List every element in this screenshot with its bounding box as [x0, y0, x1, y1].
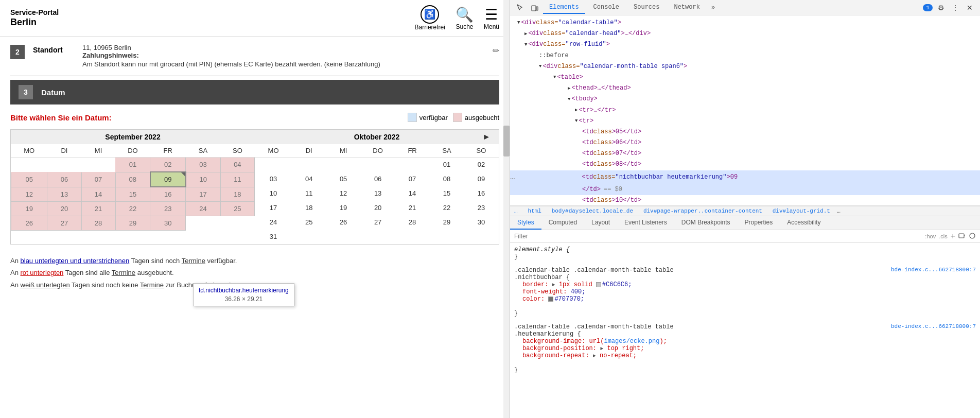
close-devtools-button[interactable]: ✕	[964, 2, 976, 14]
calendar-day[interactable]: 23	[150, 202, 186, 216]
dom-line-selected-end[interactable]: </td> == $0	[510, 184, 980, 195]
calendar-day[interactable]: 20	[361, 201, 395, 215]
breadcrumb-layout-grid[interactable]: div#layout-grid.t	[773, 208, 830, 214]
calendar-day[interactable]: 17	[255, 201, 292, 215]
tab-event-listeners[interactable]: Event Listeners	[617, 216, 674, 230]
calendar-day[interactable]: 23	[464, 201, 499, 215]
calendar-day[interactable]: 15	[115, 187, 150, 202]
calendar-day[interactable]: 05	[326, 172, 361, 186]
dom-line[interactable]: ▶ <tr>…</tr>	[510, 105, 980, 116]
tab-console[interactable]: Console	[587, 2, 625, 14]
calendar-day[interactable]: 18	[220, 187, 254, 202]
edit-step-2-button[interactable]: ✏	[493, 46, 499, 56]
calendar-day[interactable]: 20	[47, 202, 81, 216]
tab-elements[interactable]: Elements	[543, 2, 585, 14]
calendar-day[interactable]: 30	[464, 215, 499, 230]
breadcrumb-html[interactable]: html	[528, 208, 541, 214]
calendar-day[interactable]: 05	[11, 172, 47, 187]
dom-line[interactable]: <td class>07</td>	[510, 148, 980, 159]
calendar-day[interactable]: 28	[395, 215, 430, 230]
calendar-day[interactable]: 01	[115, 158, 150, 172]
tab-dom-breakpoints[interactable]: DOM Breakpoints	[674, 216, 738, 230]
add-style-rule-button[interactable]: +	[951, 232, 955, 241]
calendar-day[interactable]: 13	[47, 187, 81, 202]
settings-button[interactable]: ⚙	[935, 2, 947, 14]
tab-properties[interactable]: Properties	[738, 216, 780, 230]
calendar-day[interactable]: 04	[220, 158, 254, 172]
calendar-day[interactable]: 12	[11, 187, 47, 202]
new-style-rule-button[interactable]	[958, 232, 966, 241]
styles-filter-input[interactable]	[514, 233, 922, 240]
accessibility-nav-item[interactable]: ♿ Barrierefrei	[415, 5, 445, 31]
calendar-day[interactable]: 10	[255, 186, 292, 201]
calendar-day-today[interactable]: 09	[150, 172, 186, 187]
tab-accessibility[interactable]: Accessibility	[780, 216, 828, 230]
calendar-day[interactable]: 03	[186, 158, 221, 172]
calendar-day[interactable]: 07	[395, 172, 430, 186]
calendar-day[interactable]: 14	[395, 186, 430, 201]
calendar-day[interactable]: 06	[361, 172, 395, 186]
dom-line[interactable]: <td class>05</td>	[510, 127, 980, 137]
calendar-day[interactable]: 10	[186, 172, 221, 187]
calendar-day[interactable]: 15	[430, 186, 464, 201]
calendar-day[interactable]: 17	[186, 187, 221, 202]
next-month-button[interactable]: ►	[478, 132, 495, 142]
menu-nav-item[interactable]: ☰ Menü	[484, 6, 499, 30]
calendar-day[interactable]: 22	[115, 202, 150, 216]
tab-sources[interactable]: Sources	[627, 2, 666, 14]
more-options-button[interactable]: ⋮	[949, 2, 961, 14]
css-link-ecke[interactable]: images/ecke.png	[604, 338, 659, 345]
calendar-day[interactable]: 02	[464, 158, 499, 172]
tab-network[interactable]: Network	[668, 2, 706, 14]
tab-layout[interactable]: Layout	[584, 216, 617, 230]
tab-styles[interactable]: Styles	[510, 216, 541, 230]
dom-line[interactable]: ▼ <div class="calendar-table">	[510, 18, 980, 28]
scrollbar-thumb[interactable]	[503, 126, 510, 156]
calendar-day[interactable]: 24	[255, 215, 292, 230]
dom-line[interactable]: ::before	[510, 50, 980, 61]
search-nav-item[interactable]: 🔍 Suche	[456, 6, 474, 30]
calendar-day[interactable]: 18	[292, 201, 326, 215]
inspect-element-button[interactable]	[514, 2, 527, 14]
breadcrumb-dots[interactable]: …	[514, 208, 518, 214]
calendar-day[interactable]: 09	[464, 172, 499, 186]
calendar-day[interactable]: 13	[361, 186, 395, 201]
calendar-day[interactable]: 14	[81, 187, 115, 202]
filter-cls-toggle[interactable]: .cls	[939, 233, 948, 239]
calendar-day[interactable]: 29	[430, 215, 464, 230]
more-tabs-button[interactable]: »	[708, 2, 718, 13]
calendar-day[interactable]: 02	[150, 158, 186, 172]
calendar-day[interactable]: 31	[255, 230, 292, 244]
calendar-day[interactable]: 04	[292, 172, 326, 186]
toggle-all-classes-button[interactable]	[969, 232, 976, 241]
calendar-day[interactable]: 03	[255, 172, 292, 186]
css-source-2[interactable]: bde-index.c...662718800:7	[891, 323, 976, 329]
calendar-day[interactable]: 29	[115, 216, 150, 231]
dom-line[interactable]: ▼ <div class="calendar-month-table span6…	[510, 61, 980, 72]
calendar-day[interactable]: 12	[326, 186, 361, 201]
calendar-day[interactable]: 24	[186, 202, 221, 216]
tab-computed[interactable]: Computed	[541, 216, 584, 230]
dom-line[interactable]: <td class>10</td>	[510, 195, 980, 206]
calendar-day[interactable]: 26	[326, 215, 361, 230]
calendar-day[interactable]: 22	[430, 201, 464, 215]
dom-line[interactable]: <td class>06</td>	[510, 137, 980, 148]
scrollbar[interactable]	[503, 0, 510, 418]
dom-line[interactable]: ▶ <div class="calendar-head">…</div>	[510, 28, 980, 39]
calendar-day[interactable]: 08	[430, 172, 464, 186]
dom-line-selected[interactable]: … <td class="nichtbuchbar heutemarkierun…	[510, 170, 980, 185]
dom-line[interactable]: ▼ <tbody>	[510, 94, 980, 104]
calendar-day[interactable]: 28	[81, 216, 115, 231]
calendar-day[interactable]: 21	[395, 201, 430, 215]
breadcrumb-body[interactable]: body#dayselect.locale_de	[552, 208, 633, 214]
calendar-day[interactable]: 08	[115, 172, 150, 187]
calendar-day[interactable]: 30	[150, 216, 186, 231]
dom-line[interactable]: ▼ <tr>	[510, 116, 980, 127]
calendar-day[interactable]: 25	[220, 202, 254, 216]
calendar-day[interactable]: 16	[150, 187, 186, 202]
device-toolbar-button[interactable]	[529, 2, 541, 14]
calendar-day[interactable]: 11	[292, 186, 326, 201]
css-source-1[interactable]: bde-index.c...662718800:7	[891, 267, 976, 273]
filter-hov-toggle[interactable]: :hov	[925, 233, 936, 239]
dom-line[interactable]: ▶ <thead>…</thead>	[510, 83, 980, 94]
